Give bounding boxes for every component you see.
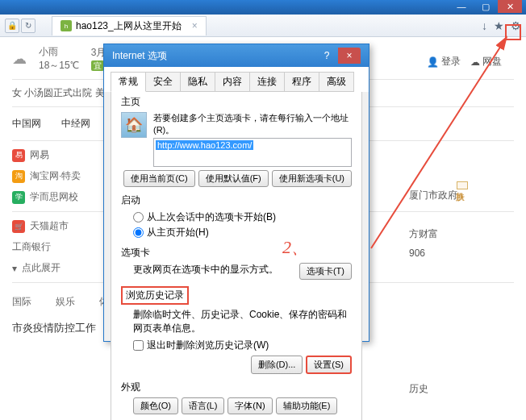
tab-programs[interactable]: 程序 xyxy=(284,72,319,92)
browser-toolbar: 🔒 ↻ h hao123_上网从这里开始 × ↓ ★ ⚙ xyxy=(0,15,526,37)
use-default-button[interactable]: 使用默认值(F) xyxy=(198,170,269,187)
tabs-settings-button[interactable]: 选项卡(T) xyxy=(299,263,352,280)
tabs-label: 选项卡 xyxy=(121,246,352,260)
annotation-number: 2、 xyxy=(282,235,309,260)
cart-icon: 🛒 xyxy=(12,220,25,233)
brand-icon: 淘 xyxy=(12,170,25,183)
startup-last-session-radio[interactable]: 从上次会话中的选项卡开始(B) xyxy=(133,210,352,224)
close-button[interactable]: ✕ xyxy=(498,0,522,13)
brand-icon: 学 xyxy=(12,191,25,204)
nav-link[interactable]: 国际 xyxy=(12,295,31,309)
tab-privacy[interactable]: 隐私 xyxy=(180,72,215,92)
history-label: 浏览历史记录 xyxy=(121,286,189,305)
tab-favicon: h xyxy=(61,20,72,31)
browser-tab[interactable]: h hao123_上网从这里开始 × xyxy=(52,16,207,35)
right-link[interactable]: 厦门市政府 xyxy=(409,185,457,205)
tab-content[interactable]: 内容 xyxy=(215,72,250,92)
refresh-button[interactable]: ↻ xyxy=(21,19,35,33)
tab-advanced[interactable]: 高级 xyxy=(319,72,354,92)
delete-on-exit-checkbox[interactable]: 退出时删除浏览历史记录(W) xyxy=(133,339,352,352)
download-icon[interactable]: ↓ xyxy=(482,19,487,32)
dialog-title: Internet 选项 xyxy=(112,49,167,63)
delete-history-button[interactable]: 删除(D)... xyxy=(251,356,303,374)
tab-title: hao123_上网从这里开始 xyxy=(76,19,182,33)
internet-options-dialog: Internet 选项 ? × 常规 安全 隐私 内容 连接 程序 高级 主页 … xyxy=(103,44,369,342)
tab-security[interactable]: 安全 xyxy=(145,72,181,92)
skin-tag[interactable]: 换肤 xyxy=(457,181,468,189)
use-newtab-button[interactable]: 使用新选项卡(U) xyxy=(272,170,352,187)
tabs-desc: 更改网页在选项卡中的显示方式。 xyxy=(133,263,278,277)
tab-connections[interactable]: 连接 xyxy=(249,72,285,92)
minimize-button[interactable]: — xyxy=(449,0,474,13)
history-desc: 删除临时文件、历史记录、Cookie、保存的密码和网页表单信息。 xyxy=(133,308,352,335)
languages-button[interactable]: 语言(L) xyxy=(182,397,224,414)
use-current-button[interactable]: 使用当前页(C) xyxy=(123,170,194,187)
right-column: 厦门市政府 方财富 906 历史 xyxy=(409,185,457,398)
tab-close-icon[interactable]: × xyxy=(192,20,198,31)
news-text[interactable]: 市炎疫情防控工作 xyxy=(12,322,96,334)
maximize-button[interactable]: ▢ xyxy=(474,0,498,13)
star-icon[interactable]: ★ xyxy=(494,19,504,32)
homepage-desc: 若要创建多个主页选项卡，请在每行输入一个地址(R)。 xyxy=(153,112,352,136)
annotation-gear-highlight xyxy=(505,24,521,40)
appearance-label: 外观 xyxy=(121,380,352,394)
dialog-close-button[interactable]: × xyxy=(338,48,361,64)
right-link[interactable]: 方财富 xyxy=(409,224,457,243)
nav-link[interactable]: 中国网 xyxy=(12,117,41,131)
window-title-bar: — ▢ ✕ xyxy=(0,0,526,15)
homepage-label: 主页 xyxy=(121,95,352,109)
colors-button[interactable]: 颜色(O) xyxy=(133,397,178,414)
dialog-help-button[interactable]: ? xyxy=(315,48,338,64)
weather-icon: ☁ xyxy=(12,50,27,68)
startup-homepage-radio[interactable]: 从主页开始(H) xyxy=(133,226,352,239)
history-settings-button[interactable]: 设置(S) xyxy=(306,356,352,374)
right-link[interactable]: 历史 xyxy=(409,379,457,398)
calendar-badge: 宜 xyxy=(91,60,104,71)
right-text: 906 xyxy=(409,243,457,263)
brand-icon: 易 xyxy=(12,149,25,162)
weather-label: 小雨 xyxy=(39,45,79,59)
nav-link[interactable]: 娱乐 xyxy=(56,295,75,309)
accessibility-button[interactable]: 辅助功能(E) xyxy=(276,397,338,414)
cloud-link[interactable]: ☁ 网盘 xyxy=(470,55,502,69)
home-icon: 🏠 xyxy=(121,112,147,138)
weather-temp: 18～15℃ xyxy=(39,59,79,73)
fonts-button[interactable]: 字体(N) xyxy=(228,397,272,414)
dialog-title-bar[interactable]: Internet 选项 ? × xyxy=(104,44,369,67)
lock-icon[interactable]: 🔒 xyxy=(5,19,19,33)
nav-link[interactable]: 中经网 xyxy=(61,117,90,131)
startup-label: 启动 xyxy=(121,193,352,207)
homepage-url-input[interactable]: http://www.hao123.com/ xyxy=(153,138,352,167)
tab-general[interactable]: 常规 xyxy=(111,72,146,92)
dialog-tabs: 常规 安全 隐私 内容 连接 程序 高级 xyxy=(104,67,369,92)
login-link[interactable]: 👤 登录 xyxy=(427,55,461,69)
